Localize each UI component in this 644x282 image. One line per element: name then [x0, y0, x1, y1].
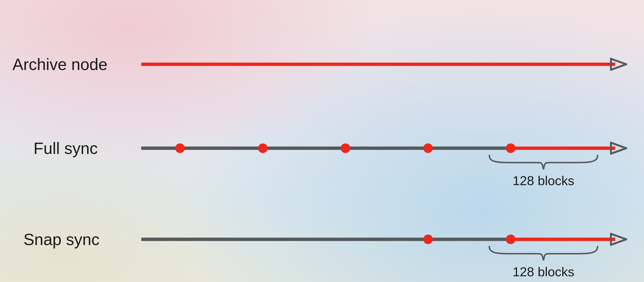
- checkpoint-dot: [341, 144, 350, 153]
- brace-label-full-sync: 128 blocks: [488, 173, 598, 188]
- arrowhead-icon: [610, 142, 627, 155]
- checkpoint-dot: [175, 144, 185, 153]
- checkpoint-dot: [258, 144, 268, 153]
- timeline-red-tail: [505, 238, 615, 241]
- label-snap-sync: Snap sync: [24, 231, 100, 247]
- svg-marker-2: [611, 234, 626, 245]
- brace-label-snap-sync: 128 blocks: [488, 264, 598, 279]
- label-full-sync: Full sync: [34, 140, 98, 156]
- checkpoint-dot: [423, 234, 433, 244]
- brace-full-sync: 128 blocks: [488, 155, 598, 188]
- checkpoint-dot: [506, 234, 516, 244]
- arrowhead-icon: [610, 58, 627, 71]
- label-archive: Archive node: [12, 56, 108, 72]
- timeline-red-tail: [505, 147, 615, 150]
- timeline-red-full: [141, 63, 615, 66]
- svg-marker-1: [611, 143, 626, 154]
- brace-icon: [488, 155, 598, 171]
- brace-icon: [488, 245, 598, 262]
- checkpoint-dot: [423, 144, 433, 153]
- checkpoint-dot: [506, 144, 516, 153]
- brace-snap-sync: 128 blocks: [488, 245, 598, 279]
- arrowhead-icon: [610, 233, 627, 246]
- svg-marker-0: [611, 59, 626, 70]
